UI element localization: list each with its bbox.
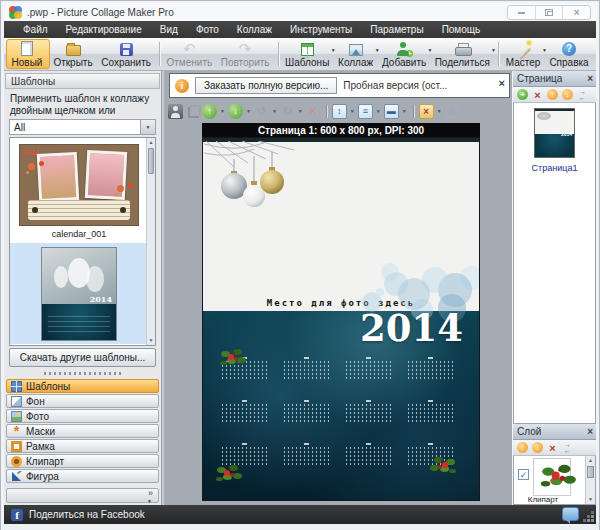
menu-options[interactable]: Параметры: [361, 21, 432, 38]
resize-grip[interactable]: [591, 519, 594, 522]
scroll-up-icon[interactable]: ▲: [147, 138, 155, 147]
remove-background-icon[interactable]: ×: [419, 104, 434, 119]
mini-month: [279, 356, 334, 391]
chevron-down-icon[interactable]: ▼: [376, 108, 381, 114]
chevron-down-icon[interactable]: ▼: [437, 108, 442, 114]
collage-page[interactable]: Место для фото здесь 2014: [202, 137, 480, 501]
chevron-down-icon[interactable]: ▼: [147, 498, 152, 504]
menu-file[interactable]: Файл: [14, 21, 57, 38]
app-icon: [9, 6, 22, 19]
accordion-more-row[interactable]: » ▼: [6, 488, 159, 503]
delete-icon[interactable]: ×: [306, 104, 321, 119]
page-up-icon[interactable]: ↑: [547, 89, 558, 100]
year-text[interactable]: 2014: [360, 306, 463, 350]
menu-tools[interactable]: Инструменты: [281, 21, 361, 38]
move-down-icon[interactable]: ↓: [228, 104, 243, 119]
notification-close-icon[interactable]: ×: [499, 77, 505, 89]
accordion-clipart[interactable]: Клипарт: [6, 454, 159, 468]
delete-layer-icon[interactable]: ×: [547, 442, 558, 453]
feedback-chat-icon[interactable]: [562, 507, 579, 521]
move-up-icon[interactable]: ↑: [202, 104, 217, 119]
accordion-masks[interactable]: * Маски: [6, 424, 159, 438]
order-layers-icon[interactable]: ≡: [358, 104, 373, 119]
menu-view[interactable]: Вид: [151, 21, 187, 38]
toolbar-separator: [159, 42, 160, 66]
scrollbar-thumb[interactable]: [587, 466, 594, 478]
display-icon[interactable]: ▬: [384, 104, 399, 119]
panel-close-icon[interactable]: ×: [587, 426, 593, 437]
scroll-down-icon[interactable]: ▼: [586, 495, 595, 504]
redo-button[interactable]: ↷ Повторить: [218, 39, 275, 69]
accordion-templates[interactable]: Шаблоны: [6, 379, 159, 393]
add-page-icon[interactable]: +: [517, 89, 528, 100]
wizard-button[interactable]: Мастер ▼: [502, 39, 546, 69]
chevron-down-icon[interactable]: ▼: [220, 108, 225, 114]
menu-photo[interactable]: Фото: [187, 21, 228, 38]
page-thumbnail[interactable]: 2014: [534, 108, 575, 158]
chevron-down-icon[interactable]: ▼: [402, 108, 407, 114]
holly-clipart[interactable]: [215, 464, 241, 484]
swap-layers-icon[interactable]: →←: [562, 442, 573, 453]
ornaments-decoration[interactable]: [204, 141, 304, 213]
align-icon[interactable]: ↕: [332, 104, 347, 119]
template-list-scrollbar[interactable]: ▲ ▼: [146, 138, 155, 345]
layer-thumbnail[interactable]: [533, 458, 571, 496]
chevron-down-icon[interactable]: ▼: [298, 108, 303, 114]
layer-visibility-checkbox[interactable]: ✓: [518, 469, 529, 480]
scroll-up-icon[interactable]: ▲: [586, 456, 595, 465]
calendar-grid: [217, 356, 458, 477]
rotate-right-icon[interactable]: ↻: [280, 104, 295, 119]
info-circle-icon[interactable]: i: [445, 105, 458, 118]
template-filter-select[interactable]: All ▼: [9, 119, 156, 135]
minimize-button[interactable]: [508, 6, 536, 19]
holly-clipart[interactable]: [431, 456, 457, 476]
help-question-icon: ?: [562, 42, 576, 56]
accordion-photo[interactable]: Фото: [6, 409, 159, 423]
rotate-left-icon[interactable]: ↺: [254, 104, 269, 119]
collage-button[interactable]: Коллаж ▼: [335, 39, 379, 69]
share-dropdown-arrow[interactable]: ▼: [491, 47, 496, 53]
save-button[interactable]: Сохранить: [98, 39, 156, 69]
layer-up-icon[interactable]: ↑: [517, 442, 528, 453]
background-icon: [11, 396, 22, 407]
facebook-share-link[interactable]: Поделиться на Facebook: [29, 509, 145, 520]
open-button[interactable]: Открыть: [50, 39, 98, 69]
menu-help[interactable]: Помощь: [433, 21, 490, 38]
chevron-down-icon[interactable]: ▼: [350, 108, 355, 114]
layer-scrollbar[interactable]: ▲ ▼: [585, 456, 595, 504]
window-frame-edge: [1, 524, 599, 530]
swap-pages-icon[interactable]: →←: [577, 89, 588, 100]
chevron-down-icon[interactable]: ▼: [140, 120, 155, 134]
menu-edit[interactable]: Редактирование: [57, 21, 151, 38]
close-button[interactable]: ×: [563, 6, 590, 19]
layer-down-icon[interactable]: ↓: [532, 442, 543, 453]
panel-close-icon[interactable]: ×: [587, 73, 593, 84]
accordion-shape[interactable]: Фигура: [6, 469, 159, 483]
undo-button[interactable]: ↶ Отменить: [163, 39, 217, 69]
help-button[interactable]: ? Справка: [546, 39, 594, 69]
chevron-more-icon[interactable]: »: [148, 488, 153, 498]
maximize-button[interactable]: [536, 6, 564, 19]
new-button[interactable]: Новый: [6, 39, 50, 69]
page-down-icon[interactable]: ↓: [562, 89, 573, 100]
template-item[interactable]: 2014 calendar_001: [10, 144, 148, 243]
templates-button[interactable]: Шаблоны ▼: [282, 39, 335, 69]
download-templates-button[interactable]: Скачать другие шаблоны...: [9, 348, 156, 367]
order-full-version-button[interactable]: Заказать полную версию...: [195, 77, 337, 94]
share-button[interactable]: Поделиться ▼: [432, 39, 496, 69]
crop-icon[interactable]: [185, 104, 200, 119]
delete-page-icon[interactable]: ×: [532, 89, 543, 100]
accordion-frame[interactable]: Рамка: [6, 439, 159, 453]
add-button[interactable]: + Добавить ▼: [379, 39, 432, 69]
menu-collage[interactable]: Коллаж: [228, 21, 281, 38]
scrollbar-thumb[interactable]: [148, 148, 154, 174]
panel-splitter-handle[interactable]: [44, 372, 121, 375]
scroll-down-icon[interactable]: ▼: [147, 336, 155, 345]
chevron-down-icon[interactable]: ▼: [246, 108, 251, 114]
template-item-selected[interactable]: 2014: [10, 243, 148, 344]
page-name-label[interactable]: Страница1: [514, 163, 595, 173]
chevron-down-icon[interactable]: ▼: [272, 108, 277, 114]
accordion-background[interactable]: Фон: [6, 394, 159, 408]
photo-properties-icon[interactable]: [168, 104, 183, 119]
holly-clipart[interactable]: [219, 348, 245, 368]
